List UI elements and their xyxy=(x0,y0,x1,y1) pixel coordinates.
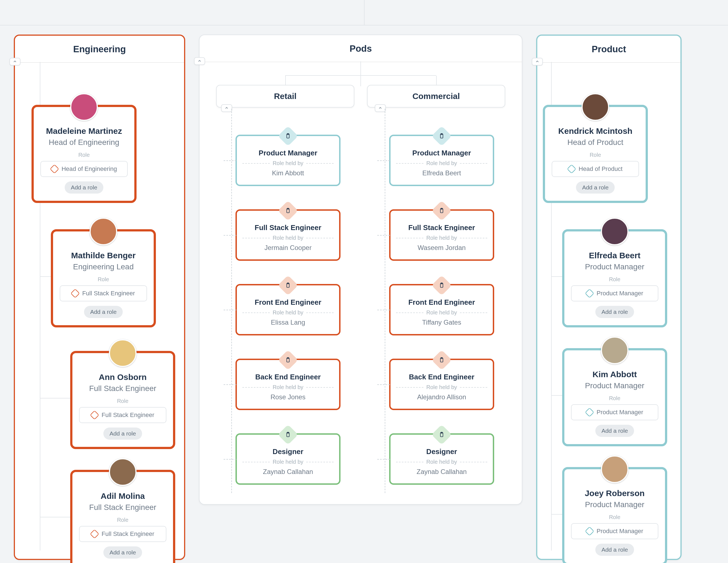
role-card[interactable]: Front End EngineerRole held byElissa Lan… xyxy=(235,284,341,336)
clipboard-icon xyxy=(431,275,452,296)
role-title: Product Manager xyxy=(396,149,487,157)
role-icon xyxy=(70,289,80,298)
tree-line xyxy=(377,310,390,310)
role-card[interactable]: Back End EngineerRole held byAlejandro A… xyxy=(389,359,494,410)
role-card[interactable]: Full Stack EngineerRole held byWaseem Jo… xyxy=(389,209,494,261)
clipboard-icon xyxy=(278,425,298,445)
person-name: Adil Molina xyxy=(79,491,166,501)
tree-line xyxy=(40,398,70,399)
tree-line xyxy=(224,310,236,310)
tree-line xyxy=(224,384,236,385)
avatar xyxy=(90,217,117,245)
role-holder: Jermain Cooper xyxy=(242,244,334,251)
role-chip[interactable]: Full Stack Engineer xyxy=(79,526,166,542)
group-product[interactable]: Product Kendrick McintoshHead of Product… xyxy=(536,35,682,560)
tree-line xyxy=(377,235,390,235)
pod-track-commercial[interactable]: Commercial xyxy=(367,85,505,108)
role-holder: Zaynab Callahan xyxy=(396,468,487,476)
person-title: Product Manager xyxy=(571,381,658,390)
role-text: Product Manager xyxy=(597,528,643,535)
role-heading: Role xyxy=(79,517,166,523)
role-icon xyxy=(50,164,59,174)
role-heading: Role xyxy=(571,395,658,402)
role-held-by-row: Role held by xyxy=(396,310,487,316)
role-holder: Tiffany Gates xyxy=(396,319,487,326)
role-chip[interactable]: Head of Engineering xyxy=(40,161,128,177)
role-holder: Elissa Lang xyxy=(242,319,334,326)
group-title: Engineering xyxy=(15,36,184,63)
person-name: Mathilde Benger xyxy=(60,251,147,260)
avatar xyxy=(601,337,629,364)
person-card[interactable]: Mathilde BengerEngineering LeadRoleFull … xyxy=(51,229,156,328)
tree-line xyxy=(285,75,436,76)
collapse-button[interactable] xyxy=(375,104,386,112)
collapse-button[interactable] xyxy=(532,58,543,65)
role-title: Back End Engineer xyxy=(396,373,487,381)
add-role-button[interactable]: Add a role xyxy=(103,428,142,440)
avatar xyxy=(601,455,629,483)
role-held-by-row: Role held by xyxy=(242,160,334,166)
root-connector xyxy=(0,25,728,25)
tree-line xyxy=(231,109,232,493)
role-holder: Zaynab Callahan xyxy=(242,468,334,476)
role-title: Designer xyxy=(396,447,487,456)
role-card[interactable]: Back End EngineerRole held byRose Jones xyxy=(235,359,341,410)
add-role-button[interactable]: Add a role xyxy=(595,544,634,556)
tree-line xyxy=(224,459,236,460)
role-chip[interactable]: Product Manager xyxy=(571,404,658,420)
group-engineering[interactable]: Engineering Madeleine MartinezHead of En… xyxy=(14,35,185,560)
role-icon xyxy=(585,408,594,417)
person-card[interactable]: Kim AbbottProduct ManagerRoleProduct Man… xyxy=(562,348,667,446)
clipboard-icon xyxy=(278,350,298,370)
role-chip[interactable]: Product Manager xyxy=(571,286,658,302)
person-card[interactable]: Joey RobersonProduct ManagerRoleProduct … xyxy=(562,467,667,563)
role-card[interactable]: Front End EngineerRole held byTiffany Ga… xyxy=(389,284,494,336)
pod-track-retail[interactable]: Retail xyxy=(216,85,354,108)
person-title: Product Manager xyxy=(571,500,658,509)
person-title: Head of Product xyxy=(552,138,639,147)
person-card[interactable]: Madeleine MartinezHead of EngineeringRol… xyxy=(32,105,137,203)
clipboard-icon xyxy=(278,200,298,221)
role-held-by-row: Role held by xyxy=(242,459,334,465)
pod-track-label: Commercial xyxy=(412,91,460,101)
role-holder: Waseem Jordan xyxy=(396,244,487,251)
person-card[interactable]: Adil MolinaFull Stack EngineerRoleFull S… xyxy=(70,470,175,563)
person-title: Engineering Lead xyxy=(60,262,147,271)
tree-line xyxy=(360,61,361,86)
avatar xyxy=(109,339,137,367)
role-chip[interactable]: Full Stack Engineer xyxy=(60,286,147,302)
role-holder: Kim Abbott xyxy=(242,169,334,177)
role-card[interactable]: Full Stack EngineerRole held byJermain C… xyxy=(235,209,341,261)
add-role-button[interactable]: Add a role xyxy=(595,425,634,437)
collapse-button[interactable] xyxy=(194,57,205,65)
add-role-button[interactable]: Add a role xyxy=(103,546,142,559)
add-role-button[interactable]: Add a role xyxy=(84,306,123,318)
person-name: Joey Roberson xyxy=(571,489,658,498)
role-heading: Role xyxy=(552,152,639,158)
group-pods[interactable]: Pods Retail Commercial Product ManagerRo… xyxy=(199,35,522,505)
role-heading: Role xyxy=(571,514,658,520)
person-card[interactable]: Ann OsbornFull Stack EngineerRoleFull St… xyxy=(70,351,175,449)
role-card[interactable]: DesignerRole held byZaynab Callahan xyxy=(235,433,341,485)
role-chip[interactable]: Full Stack Engineer xyxy=(79,407,166,423)
role-chip[interactable]: Head of Product xyxy=(552,161,639,177)
role-heading: Role xyxy=(40,152,128,158)
person-card[interactable]: Elfreda BeertProduct ManagerRoleProduct … xyxy=(562,229,667,328)
person-card[interactable]: Kendrick McintoshHead of ProductRoleHead… xyxy=(543,105,648,203)
pod-track-label: Retail xyxy=(274,91,297,101)
collapse-button[interactable] xyxy=(221,104,232,112)
role-card[interactable]: Product ManagerRole held byKim Abbott xyxy=(235,135,341,186)
add-role-button[interactable]: Add a role xyxy=(595,306,634,318)
add-role-button[interactable]: Add a role xyxy=(65,181,103,193)
role-card[interactable]: Product ManagerRole held byElfreda Beert xyxy=(389,135,494,186)
role-text: Full Stack Engineer xyxy=(102,530,154,538)
role-heading: Role xyxy=(60,276,147,283)
role-icon xyxy=(90,529,99,539)
org-chart-canvas[interactable]: Engineering Madeleine MartinezHead of En… xyxy=(0,0,728,563)
role-held-by-row: Role held by xyxy=(396,235,487,241)
role-text: Head of Product xyxy=(579,165,623,172)
collapse-button[interactable] xyxy=(9,58,20,65)
role-card[interactable]: DesignerRole held byZaynab Callahan xyxy=(389,433,494,485)
role-chip[interactable]: Product Manager xyxy=(571,523,658,539)
add-role-button[interactable]: Add a role xyxy=(576,181,615,193)
